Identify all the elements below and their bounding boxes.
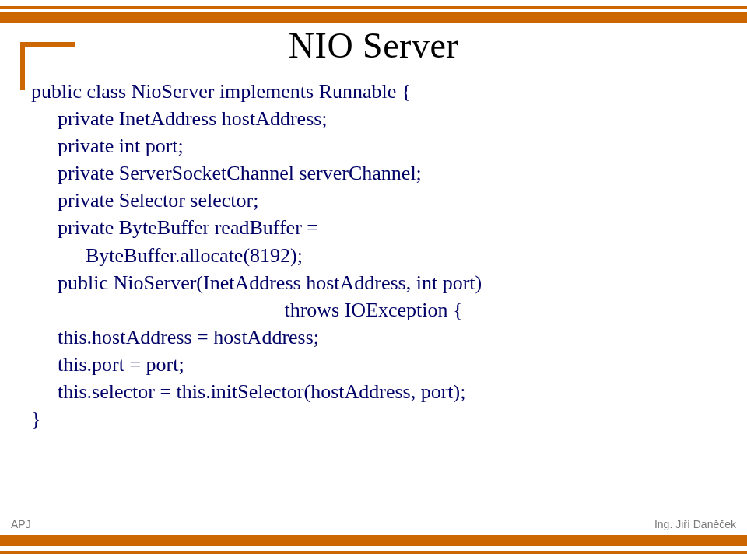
code-line: this.selector = this.initSelector(hostAd… [31,378,716,405]
decoration-bar-bottom-thin [0,551,747,554]
code-line: public NioServer(InetAddress hostAddress… [31,269,716,296]
code-line: throws IOException { [31,296,716,324]
code-block: public class NioServer implements Runnab… [31,78,716,432]
slide: NIO Server public class NioServer implem… [0,0,747,560]
code-line: ByteBuffer.allocate(8192); [31,242,716,269]
code-line: private InetAddress hostAddress; [31,105,716,132]
decoration-bar-top-thin [0,6,747,9]
code-line: private ServerSocketChannel serverChanne… [31,159,716,187]
footer-right: Ing. Jiří Daněček [654,518,736,530]
footer-left: APJ [11,518,31,530]
code-line: this.hostAddress = hostAddress; [31,324,716,351]
decoration-bar-top-thick [0,12,747,23]
code-line: this.port = port; [31,351,716,378]
code-line: } [31,405,716,432]
code-line: private Selector selector; [31,187,716,214]
slide-title: NIO Server [0,25,747,66]
code-line: private int port; [31,132,716,159]
code-line: private ByteBuffer readBuffer = [31,214,716,241]
decoration-bar-bottom-thick [0,535,747,546]
code-line: public class NioServer implements Runnab… [31,78,716,105]
